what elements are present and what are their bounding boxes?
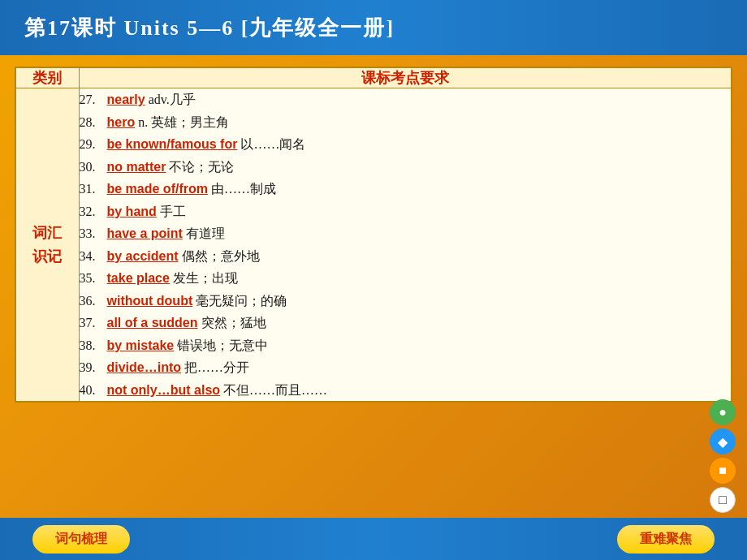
item-phrase: hero <box>107 111 136 134</box>
item-phrase: without doubt <box>107 290 193 312</box>
header: 第17课时 Units 5—6 [九年级全一册] <box>0 0 747 55</box>
item-number: 40. <box>80 379 107 402</box>
left-button[interactable]: 词句梳理 <box>32 525 130 554</box>
item-number: 30. <box>80 156 107 179</box>
item-number: 31. <box>80 178 107 200</box>
category-cell: 词汇识记 <box>15 88 79 403</box>
table-row: 30. no matter 不论；无论 <box>80 156 732 179</box>
item-number: 27. <box>80 88 107 111</box>
item-definition: 偶然；意外地 <box>182 245 260 268</box>
deco-icon-3: ■ <box>710 458 736 484</box>
item-number: 37. <box>80 312 107 334</box>
col2-header: 课标考点要求 <box>79 67 732 88</box>
item-number: 39. <box>80 356 107 379</box>
item-definition: 由……制成 <box>211 178 276 200</box>
deco-icon-1: ● <box>710 399 736 425</box>
table-row: 37. all of a sudden突然；猛地 <box>80 312 732 334</box>
item-definition: adv.几乎 <box>149 88 196 111</box>
item-phrase: no matter <box>107 156 166 179</box>
deco-icon-2: ◆ <box>710 429 736 454</box>
content-area: 类别 课标考点要求 词汇识记 27. nearly adv.几乎28. hero… <box>0 55 747 411</box>
table-row: 29. be known/famous for以……闻名 <box>80 133 732 156</box>
bottom-bar: 词句梳理 重难聚焦 <box>0 518 747 560</box>
item-phrase: take place <box>107 267 170 290</box>
item-phrase: all of a sudden <box>107 312 198 334</box>
item-phrase: by accident <box>107 245 179 268</box>
item-number: 34. <box>80 245 107 268</box>
item-definition: 以……闻名 <box>240 133 305 156</box>
table-row: 27. nearly adv.几乎 <box>80 88 732 111</box>
item-number: 35. <box>80 267 107 290</box>
item-number: 32. <box>80 200 107 223</box>
item-definition: 发生；出现 <box>173 267 238 290</box>
item-definition: 把……分开 <box>184 356 249 379</box>
item-definition: 不但……而且…… <box>223 379 327 402</box>
item-number: 29. <box>80 133 107 156</box>
table-row: 32. by hand 手工 <box>80 200 732 223</box>
item-definition: 错误地；无意中 <box>177 334 268 357</box>
table-row: 40. not only…but also不但……而且…… <box>80 379 732 402</box>
item-number: 36. <box>80 290 107 312</box>
item-definition: 不论；无论 <box>169 156 234 179</box>
item-number: 38. <box>80 334 107 357</box>
table-row: 28. hero n. 英雄；男主角 <box>80 111 732 134</box>
item-phrase: by mistake <box>107 334 175 357</box>
table-row: 34. by accident 偶然；意外地 <box>80 245 732 268</box>
items-cell: 27. nearly adv.几乎28. hero n. 英雄；男主角29. b… <box>79 88 732 403</box>
table-row: 39. divide…into 把……分开 <box>80 356 732 379</box>
item-definition: 毫无疑问；的确 <box>196 290 287 312</box>
table-row: 35. take place 发生；出现 <box>80 267 732 290</box>
header-title: 第17课时 Units 5—6 [九年级全一册] <box>24 14 395 42</box>
main-table: 类别 课标考点要求 词汇识记 27. nearly adv.几乎28. hero… <box>15 67 732 403</box>
item-definition: 有道理 <box>186 222 225 245</box>
item-phrase: be made of/from <box>107 178 208 200</box>
col1-header: 类别 <box>15 67 79 88</box>
item-definition: 突然；猛地 <box>201 312 266 334</box>
table-row: 36. without doubt毫无疑问；的确 <box>80 290 732 312</box>
table-row: 33. have a point 有道理 <box>80 222 732 245</box>
item-definition: 手工 <box>160 200 186 223</box>
item-phrase: by hand <box>107 200 157 223</box>
right-button[interactable]: 重难聚焦 <box>617 525 715 554</box>
item-number: 28. <box>80 111 107 134</box>
item-phrase: have a point <box>107 222 183 245</box>
table-row: 31. be made of/from由……制成 <box>80 178 732 200</box>
item-phrase: divide…into <box>107 356 182 379</box>
table-row: 38. by mistake 错误地；无意中 <box>80 334 732 357</box>
item-number: 33. <box>80 222 107 245</box>
deco-icons: ● ◆ ■ □ <box>710 399 736 513</box>
deco-icon-4: □ <box>710 487 736 513</box>
item-phrase: nearly <box>107 88 145 111</box>
item-phrase: not only…but also <box>107 379 221 402</box>
item-phrase: be known/famous for <box>107 133 238 156</box>
item-definition: n. 英雄；男主角 <box>138 111 229 134</box>
